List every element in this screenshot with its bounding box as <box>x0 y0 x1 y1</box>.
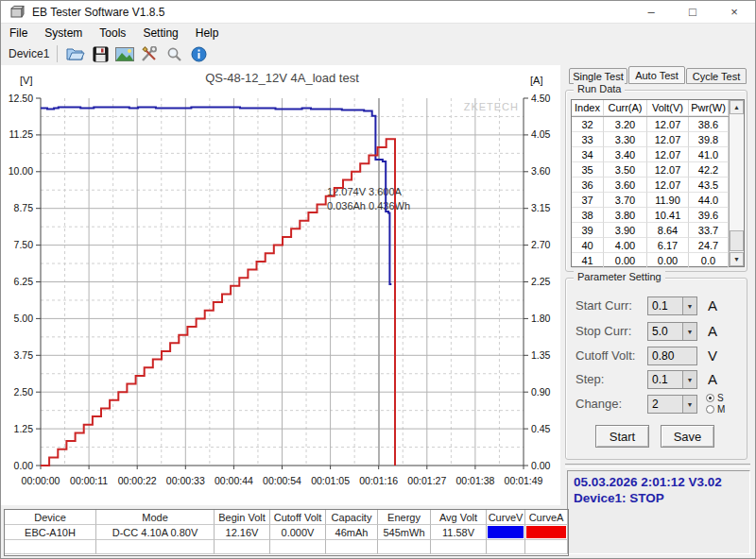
tab-cycle-test[interactable]: Cycle Test <box>686 68 747 84</box>
cell: 33 <box>572 132 604 147</box>
cutoff-volt-input[interactable]: 0.80 <box>647 347 697 365</box>
svg-text:00:01:05: 00:01:05 <box>311 475 350 486</box>
table-row[interactable]: 363.6012.0743.5 <box>572 178 744 193</box>
chevron-down-icon[interactable]: ▼ <box>682 371 696 388</box>
cell: 38 <box>572 208 604 223</box>
cell: 37 <box>572 193 604 208</box>
column-header: CurveV <box>487 510 525 525</box>
run-data-scrollbar[interactable]: ▲ ▼ <box>729 100 744 266</box>
cell: 4.00 <box>604 238 647 253</box>
radio-dot-icon <box>706 394 714 402</box>
load-test-chart[interactable]: 12.5011.2510.008.757.506.255.003.752.501… <box>1 65 560 505</box>
svg-text:7.50: 7.50 <box>14 239 34 250</box>
cell <box>326 540 378 554</box>
cell: 12.07 <box>647 147 689 162</box>
run-data-title: Run Data <box>574 83 625 94</box>
svg-text:1.80: 1.80 <box>531 313 551 324</box>
chart-svg: 12.5011.2510.008.757.506.255.003.752.501… <box>1 65 560 505</box>
svg-text:5.00: 5.00 <box>14 313 34 324</box>
cell: 3.40 <box>604 147 647 162</box>
svg-text:11.25: 11.25 <box>9 128 34 140</box>
cell <box>525 540 568 554</box>
table-row[interactable]: 393.908.6433.7 <box>572 223 744 238</box>
cell <box>525 525 568 540</box>
cell: 12.07 <box>647 117 689 132</box>
cell: 0.000V <box>270 525 326 540</box>
table-row[interactable]: 383.8010.4139.6 <box>572 208 744 223</box>
curve-color-swatch <box>526 526 566 538</box>
menu-item-help[interactable]: Help <box>187 25 228 42</box>
scroll-down-icon[interactable]: ▼ <box>730 252 744 266</box>
table-row[interactable]: 353.5012.0742.2 <box>572 162 744 178</box>
zoom-icon[interactable] <box>162 43 186 64</box>
close-button[interactable]: × <box>713 1 755 23</box>
radio-minutes[interactable]: M <box>706 403 725 415</box>
step-combo[interactable]: 0.1 ▼ <box>647 370 697 389</box>
open-file-icon[interactable] <box>63 43 88 64</box>
tab-auto-test[interactable]: Auto Test <box>628 66 685 84</box>
window-title: EB Tester Software V1.8.5 <box>32 6 165 19</box>
step-label: Step: <box>576 372 604 386</box>
cell: 12.07 <box>647 178 689 193</box>
parameter-title: Parameter Setting <box>574 271 665 282</box>
minimize-button[interactable]: – <box>630 1 672 23</box>
cell: 46mAh <box>326 525 378 540</box>
svg-text:00:00:22: 00:00:22 <box>118 475 157 486</box>
table-row[interactable]: EBC-A10HD-CC 4.10A 0.80V12.16V0.000V46mA… <box>5 525 568 540</box>
radio-seconds[interactable]: S <box>706 392 725 403</box>
svg-text:2.25: 2.25 <box>531 276 551 287</box>
table-row[interactable]: 333.3012.0739.8 <box>572 132 744 147</box>
svg-text:2.50: 2.50 <box>14 386 34 398</box>
cell <box>270 540 326 554</box>
table-row[interactable]: 373.7011.9044.0 <box>572 193 744 208</box>
cell <box>215 540 270 554</box>
svg-text:00:01:27: 00:01:27 <box>407 475 446 486</box>
menu-item-file[interactable]: File <box>1 25 36 42</box>
menu-item-system[interactable]: System <box>36 25 91 42</box>
chevron-down-icon[interactable]: ▼ <box>682 297 696 314</box>
cell: 12.16V <box>215 525 270 540</box>
save-button[interactable]: Save <box>661 425 714 448</box>
info-icon[interactable] <box>186 43 211 64</box>
maximize-button[interactable]: □ <box>672 1 713 23</box>
svg-text:6.25: 6.25 <box>14 276 34 287</box>
column-header: Begin Volt <box>215 510 270 525</box>
svg-text:00:00:54: 00:00:54 <box>263 475 301 486</box>
scrollbar-thumb[interactable] <box>730 230 744 251</box>
stop-curr-combo[interactable]: 5.0 ▼ <box>647 322 697 341</box>
svg-text:8.75: 8.75 <box>14 202 34 213</box>
start-curr-unit: A <box>708 297 717 313</box>
table-row[interactable]: 410.000.000.0 <box>572 253 744 268</box>
column-header: Pwr(W) <box>689 100 729 116</box>
start-curr-label: Start Curr: <box>576 298 632 313</box>
cutoff-volt-label: Cutoff Volt: <box>576 348 635 363</box>
chevron-down-icon[interactable]: ▼ <box>682 396 696 413</box>
scroll-up-icon[interactable]: ▲ <box>730 100 744 114</box>
svg-text:00:00:00: 00:00:00 <box>22 475 60 486</box>
cell: EBC-A10H <box>5 525 96 540</box>
start-button[interactable]: Start <box>595 425 649 448</box>
tab-single-test[interactable]: Single Test <box>569 68 627 84</box>
step-unit: A <box>708 371 717 387</box>
menu-item-tools[interactable]: Tools <box>91 25 134 42</box>
tools-icon[interactable] <box>137 43 162 64</box>
save-icon[interactable] <box>88 43 112 64</box>
svg-text:00:00:33: 00:00:33 <box>166 475 205 486</box>
cell: 3.50 <box>604 162 647 178</box>
start-curr-combo[interactable]: 0.1 ▼ <box>647 296 697 315</box>
change-combo[interactable]: 2 ▼ <box>647 395 697 414</box>
cell: 44.0 <box>689 193 729 208</box>
column-header: Mode <box>96 510 215 525</box>
toolbar: Device1 <box>1 42 755 65</box>
table-row[interactable]: 343.4012.0741.0 <box>572 147 744 162</box>
chevron-down-icon[interactable]: ▼ <box>682 323 696 340</box>
cell: 43.5 <box>689 178 729 193</box>
parameter-groupbox: Parameter Setting Start Curr: 0.1 ▼ A St… <box>565 278 747 460</box>
menu-item-setting[interactable]: Setting <box>134 25 186 42</box>
radio-dot-icon <box>706 405 714 414</box>
status-datetime: 05.03.2026 2:01:12 V3.02 <box>574 474 744 490</box>
table-row[interactable]: 323.2012.0738.6 <box>572 117 744 132</box>
svg-text:3.75: 3.75 <box>14 349 34 361</box>
table-row[interactable]: 404.006.1724.7 <box>572 238 744 253</box>
export-image-icon[interactable] <box>112 43 137 64</box>
